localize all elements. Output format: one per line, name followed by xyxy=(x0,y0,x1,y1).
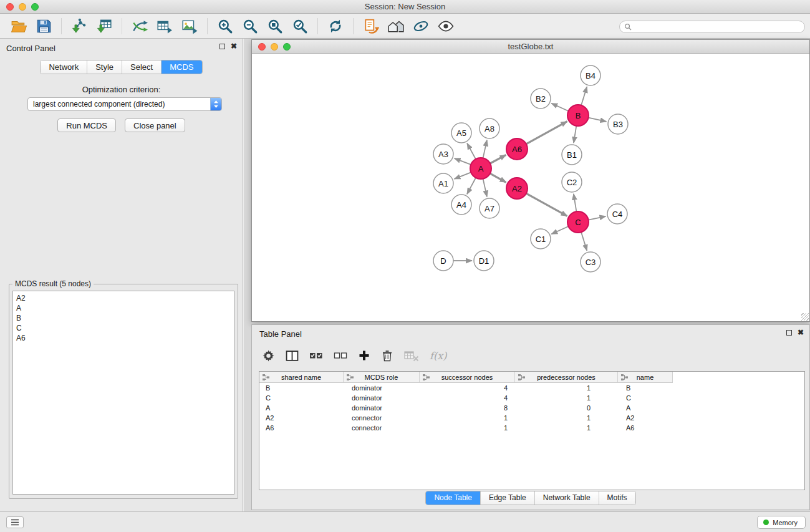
network-edge-A-A4[interactable] xyxy=(467,178,476,194)
zoom-selected-icon[interactable] xyxy=(291,17,309,36)
close-panel-button[interactable]: Close panel xyxy=(125,118,185,132)
close-control-panel-icon[interactable]: ✖ xyxy=(231,43,237,50)
network-node-C3[interactable]: C3 xyxy=(581,252,600,272)
save-session-icon[interactable] xyxy=(34,17,53,36)
tab-mcds[interactable]: MCDS xyxy=(162,60,201,74)
network-node-B3[interactable]: B3 xyxy=(608,114,628,134)
deselect-all-icon[interactable] xyxy=(334,350,347,361)
tab-select[interactable]: Select xyxy=(122,60,162,74)
tab-node-table[interactable]: Node Table xyxy=(426,491,481,505)
network-node-C1[interactable]: C1 xyxy=(531,229,551,249)
mcds-result-item[interactable]: B xyxy=(16,313,231,323)
resize-grip-icon[interactable] xyxy=(801,313,809,321)
network-edge-C-C2[interactable] xyxy=(574,194,577,211)
close-app-button[interactable] xyxy=(6,3,14,11)
refresh-layout-icon[interactable] xyxy=(326,17,345,36)
fullscreen-app-button[interactable] xyxy=(31,3,39,11)
network-edge-A-A7[interactable] xyxy=(483,179,487,197)
table-row[interactable]: Bdominator41B xyxy=(259,383,804,393)
export-image-icon[interactable] xyxy=(180,17,199,36)
tab-style[interactable]: Style xyxy=(87,60,122,74)
zoom-fit-icon[interactable] xyxy=(266,17,284,36)
zoom-out-icon[interactable] xyxy=(241,17,259,36)
table-row[interactable]: A6connector11A6 xyxy=(259,423,804,433)
memory-button[interactable]: Memory xyxy=(757,516,806,529)
node-table[interactable]: shared nameMCDS rolesuccessor nodesprede… xyxy=(259,371,805,490)
open-folder-icon[interactable] xyxy=(9,17,28,36)
network-edge-A2-C[interactable] xyxy=(526,193,567,216)
new-network-icon[interactable] xyxy=(130,17,149,36)
search-box[interactable] xyxy=(619,21,805,33)
app-titlebar[interactable]: Session: New Session xyxy=(0,0,810,14)
column-header-shared-name[interactable]: shared name xyxy=(259,372,344,383)
delete-table-icon[interactable] xyxy=(404,349,419,362)
network-node-A[interactable]: A xyxy=(470,158,491,179)
network-table-icon[interactable] xyxy=(155,17,174,36)
style-icon[interactable] xyxy=(412,17,430,36)
network-edge-B-B2[interactable] xyxy=(551,104,568,111)
mcds-result-list[interactable]: A2ABCA6 xyxy=(12,291,234,495)
network-node-A6[interactable]: A6 xyxy=(506,138,528,160)
function-builder-icon[interactable]: f(x) xyxy=(430,350,446,362)
run-mcds-button[interactable]: Run MCDS xyxy=(57,118,116,132)
network-node-C[interactable]: C xyxy=(567,211,589,233)
network-node-A1[interactable]: A1 xyxy=(433,173,453,193)
delete-row-icon[interactable] xyxy=(381,349,393,362)
float-control-panel-icon[interactable] xyxy=(219,44,225,49)
network-node-A7[interactable]: A7 xyxy=(480,198,499,218)
network-edge-A6-B[interactable] xyxy=(526,122,567,144)
network-node-A3[interactable]: A3 xyxy=(433,144,453,164)
network-edge-C-C4[interactable] xyxy=(589,216,606,220)
eye-icon[interactable] xyxy=(436,17,455,36)
close-network-window-button[interactable] xyxy=(258,43,266,51)
network-edge-A-A1[interactable] xyxy=(455,172,471,179)
network-edge-B-B3[interactable] xyxy=(589,118,607,122)
import-table-icon[interactable] xyxy=(95,17,113,36)
table-row[interactable]: Adominator80A xyxy=(259,403,804,413)
minimize-app-button[interactable] xyxy=(19,3,26,11)
network-node-C4[interactable]: C4 xyxy=(607,204,627,224)
column-header-mcds-role[interactable]: MCDS role xyxy=(344,372,420,383)
column-header-name[interactable]: name xyxy=(618,372,673,383)
criterion-dropdown[interactable]: largest connected component (directed) xyxy=(27,97,222,111)
network-node-C2[interactable]: C2 xyxy=(562,172,582,192)
zoom-in-icon[interactable] xyxy=(216,17,234,36)
network-node-A4[interactable]: A4 xyxy=(451,195,471,215)
home-icon[interactable] xyxy=(387,17,405,36)
network-node-A2[interactable]: A2 xyxy=(506,178,528,199)
network-edge-A-A2[interactable] xyxy=(490,173,506,182)
settings-gear-icon[interactable] xyxy=(262,349,275,362)
network-node-A5[interactable]: A5 xyxy=(451,123,471,143)
column-header-successor-nodes[interactable]: successor nodes xyxy=(420,372,515,383)
network-edge-A-A5[interactable] xyxy=(467,143,476,159)
import-network-icon[interactable] xyxy=(70,17,89,36)
show-hide-panels-button[interactable] xyxy=(6,516,24,528)
network-node-B2[interactable]: B2 xyxy=(531,89,551,109)
mcds-result-item[interactable]: A2 xyxy=(16,293,231,303)
network-node-D1[interactable]: D1 xyxy=(474,251,494,271)
network-view-window[interactable]: testGlobe.txt B4B2BB3A5A8A6A3B1AC2A1A2A4… xyxy=(251,39,810,322)
network-node-B1[interactable]: B1 xyxy=(562,145,582,165)
network-edge-C-C3[interactable] xyxy=(581,232,587,251)
add-row-icon[interactable] xyxy=(358,349,370,362)
network-edge-A-A8[interactable] xyxy=(483,140,487,158)
split-panel-icon[interactable] xyxy=(286,349,299,362)
network-window-titlebar[interactable]: testGlobe.txt xyxy=(252,40,809,54)
tab-motifs[interactable]: Motifs xyxy=(599,491,635,505)
mcds-result-item[interactable]: C xyxy=(16,323,231,333)
network-edge-A-A3[interactable] xyxy=(455,158,471,165)
network-node-A8[interactable]: A8 xyxy=(480,118,499,138)
tab-network[interactable]: Network xyxy=(41,60,87,74)
network-edge-A-A6[interactable] xyxy=(490,155,506,163)
tab-network-table[interactable]: Network Table xyxy=(535,491,599,505)
column-header-predecessor-nodes[interactable]: predecessor nodes xyxy=(515,372,618,383)
table-row[interactable]: Cdominator41C xyxy=(259,393,804,403)
tab-edge-table[interactable]: Edge Table xyxy=(481,491,535,505)
mcds-result-item[interactable]: A6 xyxy=(16,333,231,343)
open-recent-icon[interactable] xyxy=(362,17,380,36)
search-input[interactable] xyxy=(634,22,800,31)
network-graph[interactable]: B4B2BB3A5A8A6A3B1AC2A1A2A4A7C4CC1C3DD1 xyxy=(252,54,809,321)
network-edge-B-B1[interactable] xyxy=(574,126,576,143)
mcds-result-item[interactable]: A xyxy=(16,303,231,313)
network-edge-B-B4[interactable] xyxy=(581,87,587,105)
